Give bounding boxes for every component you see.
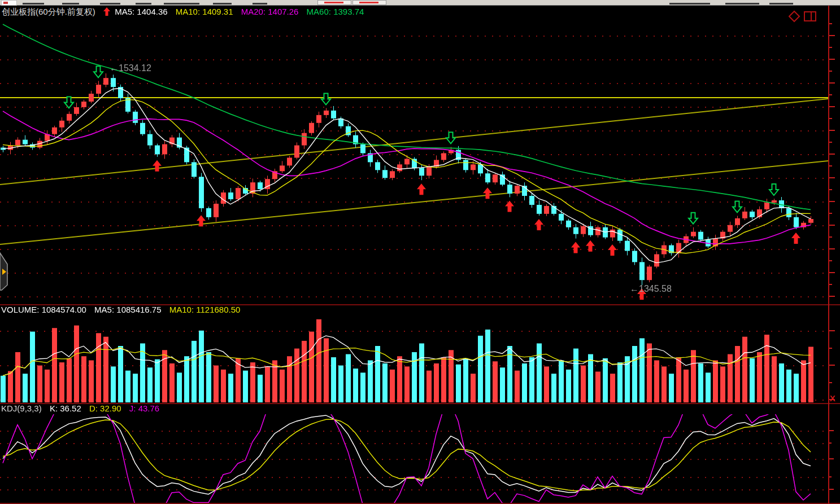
left-panel-toggle[interactable] — [0, 252, 10, 295]
right-border — [828, 5, 829, 504]
volume-canvas[interactable] — [0, 315, 828, 404]
volume-ma5-value: MA5: 1085416.75 — [94, 305, 161, 314]
menu-item-clipped[interactable] — [136, 3, 151, 5]
menu-item-clipped[interactable] — [725, 3, 759, 5]
menu-item-clipped[interactable] — [23, 3, 44, 5]
high-price-label: ←1534.12 — [110, 63, 151, 73]
menu-item-clipped[interactable] — [62, 3, 79, 5]
trading-terminal: { "menu_bar": {"red_items_count": 2}, "m… — [0, 0, 840, 504]
menu-item-clipped[interactable] — [100, 3, 120, 5]
instrument-title: 创业板指(60分钟.前复权) — [2, 7, 95, 16]
menu-item-clipped[interactable] — [669, 3, 710, 5]
menu-item-clipped[interactable] — [213, 3, 232, 5]
volume-value: VOLUME: 1084574.00 — [1, 305, 86, 314]
menu-item-clipped[interactable] — [253, 3, 267, 5]
menu-button-red-2[interactable] — [352, 0, 386, 5]
volume-header: VOLUME: 1084574.00 MA5: 1085416.75 MA10:… — [1, 305, 246, 315]
kdj-header: KDJ(9,3,3) K: 36.52 D: 32.90 J: 43.76 — [1, 404, 165, 414]
kdj-canvas[interactable] — [0, 414, 828, 504]
chart-header: 创业板指(60分钟.前复权) MA5: 1404.36 MA10: 1409.3… — [2, 7, 369, 17]
kdj-j-value: J: 43.76 — [129, 404, 159, 413]
axis-x-marker: X — [830, 393, 835, 403]
ma10-value: MA10: 1409.31 — [176, 7, 233, 16]
split-window-icon[interactable] — [804, 12, 816, 21]
right-price-axis — [828, 5, 840, 504]
volume-ma10-value: MA10: 1121680.50 — [169, 305, 241, 314]
kdj-title: KDJ(9,3,3) — [1, 404, 42, 413]
menu-item-clipped[interactable] — [164, 3, 199, 5]
app-logo-icon[interactable] — [1, 0, 17, 6]
menu-bar — [0, 0, 840, 6]
low-price-label: ←1345.58 — [630, 284, 672, 294]
kdj-d-value: D: 32.90 — [89, 404, 121, 413]
ma5-value: MA5: 1404.36 — [115, 7, 167, 16]
menu-button-red-1[interactable] — [317, 0, 351, 5]
ma20-value: MA20: 1407.26 — [241, 7, 299, 16]
menu-item-clipped[interactable] — [769, 3, 793, 5]
corner-icons — [789, 10, 818, 25]
diamond-icon[interactable] — [789, 11, 799, 21]
ma60-value: MA60: 1393.74 — [307, 7, 364, 16]
kdj-k-value: K: 36.52 — [50, 404, 81, 413]
up-arrow-icon — [103, 7, 112, 16]
